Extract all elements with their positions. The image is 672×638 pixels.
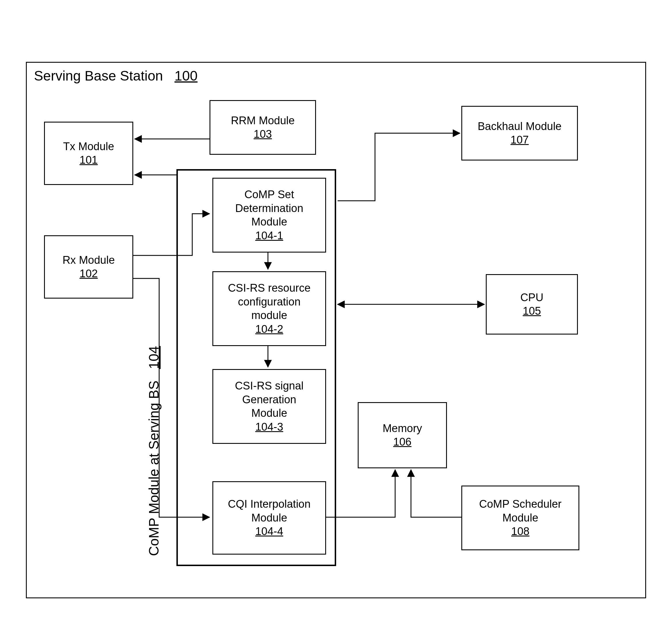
memory-box: Memory 106 (358, 402, 447, 468)
cpu-box: CPU 105 (486, 274, 578, 335)
comp-module-container: CoMP Module at Serving BS 104 CoMP Set D… (176, 169, 336, 566)
backhaul-module-box: Backhaul Module 107 (461, 106, 578, 161)
rx-module-ref: 102 (79, 267, 98, 281)
title-ref: 100 (175, 68, 197, 83)
cpu-ref: 105 (523, 304, 541, 318)
comp-module-ref: 104 (146, 346, 162, 369)
cqi-title: CQI Interpolation Module (223, 497, 315, 525)
comp-module-title-text: CoMP Module at Serving BS (146, 381, 162, 556)
rx-module-box: Rx Module 102 (44, 235, 133, 299)
csi-resource-ref: 104-2 (255, 322, 283, 336)
rrm-module-ref: 103 (253, 128, 272, 141)
csi-resource-box: CSI-RS resource configuration module 104… (212, 271, 326, 346)
comp-set-ref: 104-1 (255, 229, 283, 243)
tx-module-ref: 101 (79, 153, 98, 167)
comp-scheduler-title: CoMP Scheduler Module (464, 497, 576, 525)
cqi-box: CQI Interpolation Module 104-4 (212, 481, 326, 555)
comp-scheduler-box: CoMP Scheduler Module 108 (461, 486, 579, 550)
comp-set-title: CoMP Set Determination Module (223, 188, 315, 229)
comp-set-box: CoMP Set Determination Module 104-1 (212, 178, 326, 253)
memory-ref: 106 (393, 435, 411, 449)
serving-base-station-title: Serving Base Station 100 (34, 68, 197, 84)
title-text: Serving Base Station (34, 68, 163, 83)
serving-base-station-container: Serving Base Station 100 Tx Module 101 R… (26, 62, 646, 598)
csi-signal-box: CSI-RS signal Generation Module 104-3 (212, 369, 326, 444)
memory-title: Memory (382, 422, 422, 436)
csi-resource-title: CSI-RS resource configuration module (223, 281, 315, 322)
comp-scheduler-ref: 108 (511, 525, 529, 538)
tx-module-title: Tx Module (63, 140, 114, 154)
rrm-module-title: RRM Module (231, 114, 295, 128)
rx-module-title: Rx Module (63, 253, 115, 267)
cpu-title: CPU (520, 291, 543, 305)
backhaul-module-title: Backhaul Module (478, 120, 562, 133)
tx-module-box: Tx Module 101 (44, 122, 133, 185)
diagram-canvas: Serving Base Station 100 Tx Module 101 R… (0, 0, 672, 638)
rrm-module-box: RRM Module 103 (210, 100, 316, 155)
cqi-ref: 104-4 (255, 525, 283, 538)
csi-signal-title: CSI-RS signal Generation Module (223, 379, 315, 420)
csi-signal-ref: 104-3 (255, 420, 283, 434)
comp-module-title: CoMP Module at Serving BS 104 (146, 346, 162, 556)
backhaul-module-ref: 107 (510, 133, 529, 147)
